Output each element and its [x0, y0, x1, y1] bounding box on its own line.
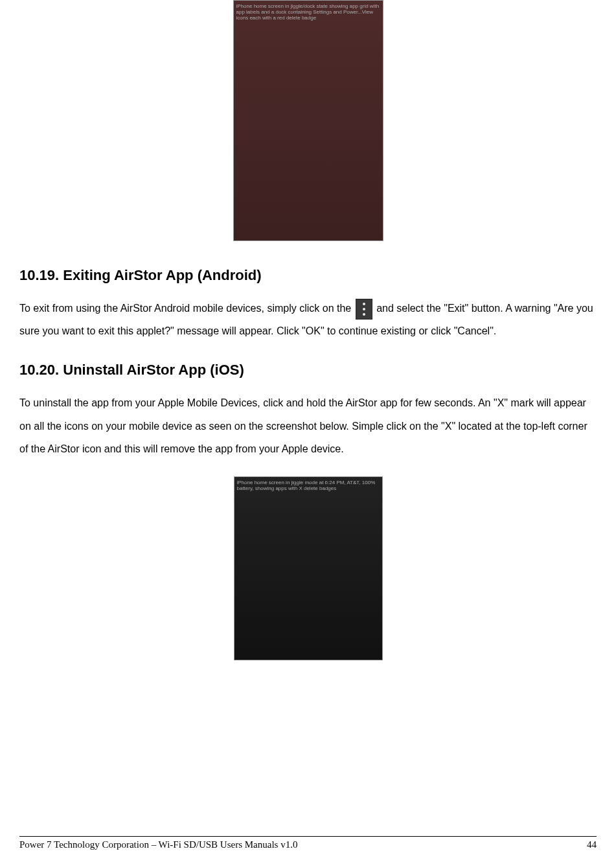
footer-page-number: 44 [587, 839, 597, 850]
paragraph-exit-android-part1: To exit from using the AirStor Android m… [19, 303, 354, 314]
screenshot-ios-uninstall-caption: iPhone home screen in jiggle mode at 6:2… [237, 480, 382, 491]
screenshot-android-exit-caption: iPhone home screen in jiggle/dock state … [236, 3, 383, 21]
paragraph-exit-android: To exit from using the AirStor Android m… [19, 297, 597, 342]
screenshot-ios-uninstall: iPhone home screen in jiggle mode at 6:2… [234, 476, 383, 660]
screenshot-android-exit: iPhone home screen in jiggle/dock state … [233, 0, 383, 241]
overflow-menu-icon [356, 299, 372, 320]
paragraph-uninstall-ios: To uninstall the app from your Apple Mob… [19, 391, 597, 460]
heading-uninstall-airstor-ios: 10.20. Uninstall AirStor App (iOS) [19, 362, 597, 379]
page-footer: Power 7 Technology Corporation – Wi-Fi S… [19, 836, 597, 850]
heading-exiting-airstor-android: 10.19. Exiting AirStor App (Android) [19, 267, 597, 284]
footer-left: Power 7 Technology Corporation – Wi-Fi S… [19, 839, 297, 850]
